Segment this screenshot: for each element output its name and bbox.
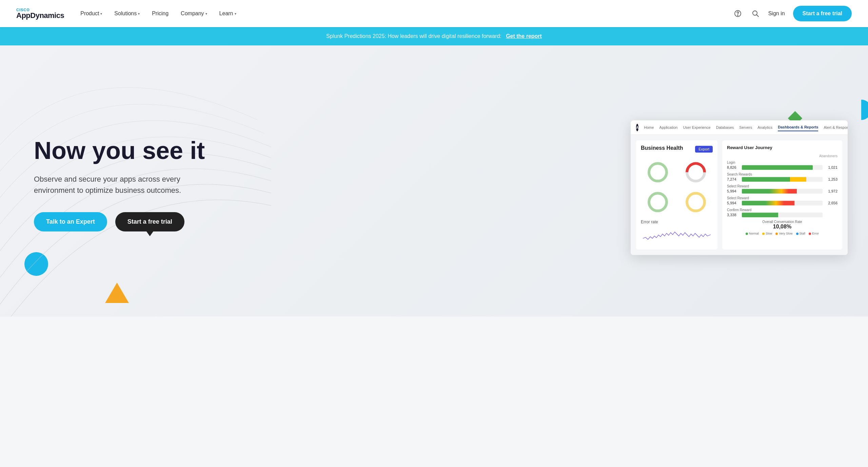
ruj-row-select2: Select Reward 5,994 2,656 [727,196,837,205]
ruj-row-login: Login 8,826 1,021 [727,161,837,170]
ruj-header: Abandoners [727,154,837,158]
ruj-bar-track-4 [742,201,823,205]
legend-dot-normal [746,232,748,235]
error-rate-chart [641,226,713,243]
navbar: cisco AppDynamics Product ▾ Solutions ▾ … [0,0,868,27]
ruj-row-search: Search Rewards 7,274 1,253 [727,172,837,182]
ruj-row-confirm: Confirm Reward 3,338 [727,208,837,217]
banner-text: Splunk Predictions 2025: How leaders wil… [326,33,501,39]
ruj-bar-fill-2 [742,177,806,182]
business-health-title: Business Health [641,145,683,151]
chevron-down-icon: ▾ [138,12,140,16]
start-trial-button-hero[interactable]: Start a free trial [115,212,184,231]
ruj-bar-fill-4 [742,201,794,205]
legend-dot-very-slow [775,232,778,235]
legend-error: Error [809,232,819,235]
dash-nav-dashboards[interactable]: Dashboards & Reports [778,124,818,131]
nav-solutions[interactable]: Solutions ▾ [114,11,140,17]
ruj-bar-fill-5 [742,212,778,217]
ruj-bar-fill-3 [742,189,797,194]
legend-stall: Stall [796,232,806,235]
dashboard-body: Business Health Export [631,135,848,255]
signin-link[interactable]: Sign in [768,11,785,17]
chevron-down-icon: ▾ [100,12,102,16]
hero-heading: Now you see it [34,137,210,164]
dash-nav-alert[interactable]: Alert & Respond [824,124,848,131]
legend-normal: Normal [746,232,759,235]
ruj-bar-track-5 [742,212,823,217]
export-button[interactable]: Export [695,146,713,153]
dashboard-nav: A Home Application User Experience Datab… [631,120,848,135]
appdynamics-label: AppDynamics [16,12,64,19]
nav-learn[interactable]: Learn ▾ [219,11,236,17]
decorative-triangle-yellow [105,283,129,303]
legend-row: Normal Slow Very Slow Stall [727,232,837,235]
ocr-label: Overall Conversation Rate [727,220,837,224]
announcement-banner: Splunk Predictions 2025: How leaders wil… [0,27,868,45]
ocr-section: Overall Conversation Rate 10,08% [727,220,837,230]
nav-right: Sign in Start a free trial [733,6,852,21]
legend-dot-slow [762,232,765,235]
appdynamics-dash-logo: A [636,124,638,131]
ruj-bar-track-1 [742,165,823,170]
status-circles-grid [641,159,713,215]
dash-nav-databases[interactable]: Databases [716,124,734,131]
ruj-bar-track-2 [742,177,823,182]
status-circle-2 [679,159,713,185]
dashboard-panel: A Home Application User Experience Datab… [631,120,848,255]
status-circle-3 [641,189,675,215]
ocr-value: 10,08% [727,224,837,230]
hero-buttons: Talk to an Expert Start a free trial [34,212,210,231]
legend-slow: Slow [762,232,772,235]
search-icon[interactable] [751,9,760,18]
svg-point-1 [737,15,738,16]
dash-nav-servers[interactable]: Servers [739,124,752,131]
dash-nav-application[interactable]: Application [659,124,678,131]
ruj-bar-track-3 [742,189,823,194]
nav-company[interactable]: Company ▾ [181,11,207,17]
ruj-row-select1: Select Reward 5,994 1,972 [727,184,837,194]
dash-nav-ux[interactable]: User Experience [683,124,710,131]
nav-links: Product ▾ Solutions ▾ Pricing Company ▾ … [80,11,733,17]
hero-subtext: Observe and secure your apps across ever… [34,174,210,196]
error-rate-section: Error rate [641,220,713,245]
dash-nav-home[interactable]: Home [644,124,654,131]
chevron-down-icon: ▾ [235,12,236,16]
business-health-panel: Business Health Export [636,140,717,249]
legend-dot-stall [796,232,798,235]
hero-section: Now you see it Observe and secure your a… [0,45,868,317]
logo: cisco AppDynamics [16,8,64,19]
status-circle-1 [641,159,675,185]
decorative-arc-blue [861,100,868,120]
reward-user-journey-panel: Reward User Journey Abandoners Login 8,8… [722,140,842,249]
help-icon[interactable] [733,9,743,18]
hero-content: Now you see it Observe and secure your a… [34,137,210,231]
legend-very-slow: Very Slow [775,232,792,235]
status-circle-4 [679,189,713,215]
legend-dot-error [809,232,811,235]
nav-pricing[interactable]: Pricing [152,11,169,17]
banner-link[interactable]: Get the report [506,33,542,39]
error-rate-label: Error rate [641,220,713,224]
nav-product[interactable]: Product ▾ [80,11,102,17]
dash-nav-analytics[interactable]: Analytics [757,124,772,131]
talk-to-expert-button[interactable]: Talk to an Expert [34,212,107,231]
ruj-title: Reward User Journey [727,145,837,150]
ruj-bar-fill-1 [742,165,813,170]
decorative-circle-blue [24,252,48,276]
start-trial-button-nav[interactable]: Start a free trial [793,6,852,21]
chevron-down-icon: ▾ [205,12,207,16]
ruj-abandoners-header: Abandoners [819,154,837,158]
